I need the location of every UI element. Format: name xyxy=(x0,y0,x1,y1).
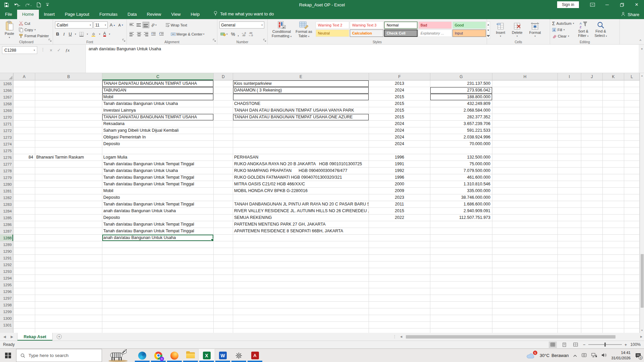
style-input[interactable]: Input xyxy=(452,29,486,37)
cell-D1269[interactable] xyxy=(214,107,233,114)
cell-A1266[interactable] xyxy=(13,87,35,94)
cell-I1270[interactable] xyxy=(558,114,581,121)
font-dialog-launcher-icon[interactable] xyxy=(122,37,125,43)
cell-E1289[interactable] xyxy=(233,241,369,248)
sort-filter-button[interactable]: AZ Sort & Filter ▾ xyxy=(576,20,590,39)
cell-L1266[interactable] xyxy=(624,87,640,94)
cell-H1274[interactable] xyxy=(492,141,558,147)
cell-E1299[interactable] xyxy=(233,308,369,315)
insert-function-icon[interactable]: ƒx xyxy=(65,48,69,53)
style-check-cell[interactable]: Check Cell xyxy=(384,29,418,37)
row-header-1285[interactable]: 1285 xyxy=(0,215,13,221)
cell-L1289[interactable] xyxy=(624,241,640,248)
cell-J1282[interactable] xyxy=(581,194,603,201)
new-sheet-button[interactable]: + xyxy=(53,333,66,341)
weather-desc[interactable]: Berawan xyxy=(551,353,569,358)
cell-E1296[interactable] xyxy=(233,288,369,295)
tell-me-box[interactable]: Tell me what you want to do xyxy=(205,11,274,19)
cell-H1272[interactable] xyxy=(492,127,558,134)
cell-A1277[interactable] xyxy=(13,161,35,168)
orientation-button[interactable]: ab▾ xyxy=(150,23,158,27)
cell-D1267[interactable] xyxy=(214,94,233,101)
cell-E1282[interactable] xyxy=(233,194,369,201)
cell-G1283[interactable]: 1.686.600.000 xyxy=(430,201,492,208)
cell-J1298[interactable] xyxy=(581,302,603,308)
cell-H1268[interactable] xyxy=(492,101,558,107)
cell-L1294[interactable] xyxy=(624,275,640,282)
cell-I1298[interactable] xyxy=(558,302,581,308)
fill-color-button[interactable] xyxy=(90,32,97,37)
cell-H1296[interactable] xyxy=(492,288,558,295)
column-header-C[interactable]: C xyxy=(102,73,214,80)
cell-L1267[interactable] xyxy=(624,94,640,101)
cell-L1270[interactable] xyxy=(624,114,640,121)
cell-J1290[interactable] xyxy=(581,248,603,255)
row-header-1297[interactable]: 1297 xyxy=(0,295,13,302)
cell-L1296[interactable] xyxy=(624,288,640,295)
cell-L1301[interactable] xyxy=(624,322,640,328)
zoom-level[interactable]: 100% xyxy=(630,342,641,347)
cell-A1265[interactable] xyxy=(13,80,35,87)
column-header-J[interactable]: J xyxy=(581,73,603,80)
cell-J1275[interactable] xyxy=(581,147,603,154)
cell-L1300[interactable] xyxy=(624,315,640,322)
horizontal-scrollbar[interactable] xyxy=(404,335,639,339)
cell-A1287[interactable] xyxy=(13,228,35,235)
cell-C1283[interactable]: Tanah dan/atau Bangunan Untuk Tempat Tin… xyxy=(102,201,214,208)
cell-E1287[interactable]: APARTEMEN RESIDENCE 8 SENOPATI 66BH, JAK… xyxy=(233,228,369,235)
cell-L1269[interactable] xyxy=(624,107,640,114)
cell-D1278[interactable] xyxy=(214,168,233,174)
cell-K1299[interactable] xyxy=(603,308,624,315)
cell-D1286[interactable] xyxy=(214,221,233,228)
cell-J1284[interactable] xyxy=(581,208,603,215)
cell-E1266[interactable]: DANAMON ( 3 Rekening) xyxy=(233,87,369,94)
cell-H1276[interactable] xyxy=(492,154,558,161)
cell-G1272[interactable]: 591.221.533 xyxy=(430,127,492,134)
cell-G1266[interactable]: 273.936.042 xyxy=(430,87,492,94)
cell-A1274[interactable] xyxy=(13,141,35,147)
cell-B1284[interactable] xyxy=(35,208,102,215)
cell-K1271[interactable] xyxy=(603,121,624,127)
cell-F1284[interactable]: 2015 xyxy=(369,208,430,215)
cell-G1281[interactable]: 335.000.000 xyxy=(430,188,492,194)
cell-E1281[interactable]: MOBIL HONDA CRV BPKB G-2280016 xyxy=(233,188,369,194)
zebra-image[interactable] xyxy=(102,349,134,362)
cell-A1269[interactable] xyxy=(13,107,35,114)
decrease-indent-icon[interactable] xyxy=(150,32,157,37)
cell-I1281[interactable] xyxy=(558,188,581,194)
cell-D1282[interactable] xyxy=(214,194,233,201)
prev-sheet-icon[interactable]: ◀ xyxy=(3,335,6,339)
font-size-select[interactable]: 11▾ xyxy=(94,21,108,28)
row-header-1272[interactable]: 1272 xyxy=(0,127,13,134)
cell-B1265[interactable] xyxy=(35,80,102,87)
cell-A1293[interactable] xyxy=(13,268,35,275)
cell-C1278[interactable]: Tanah dan/atau Bangunan Untuk Usaha xyxy=(102,168,214,174)
cell-B1283[interactable] xyxy=(35,201,102,208)
cell-G1268[interactable]: 432.249.809 xyxy=(430,101,492,107)
cell-H1297[interactable] xyxy=(492,295,558,302)
cell-G1292[interactable] xyxy=(430,261,492,268)
cell-C1298[interactable] xyxy=(102,302,214,308)
cell-K1277[interactable] xyxy=(603,161,624,168)
cell-B1272[interactable] xyxy=(35,127,102,134)
row-header-1269[interactable]: 1269 xyxy=(0,107,13,114)
zoom-slider[interactable]: − + xyxy=(583,342,627,347)
cell-J1274[interactable] xyxy=(581,141,603,147)
cell-D1285[interactable] xyxy=(214,215,233,221)
cell-K1289[interactable] xyxy=(603,241,624,248)
cell-D1283[interactable] xyxy=(214,201,233,208)
horizontal-scroll-thumb[interactable] xyxy=(406,335,615,339)
cell-K1301[interactable] xyxy=(603,322,624,328)
cell-G1271[interactable]: 3.657.239.706 xyxy=(430,121,492,127)
tab-page-layout[interactable]: Page Layout xyxy=(60,10,94,19)
style-explanatory[interactable]: Explanatory ... xyxy=(418,29,452,37)
cell-C1284[interactable]: anah dan/atau Bangunan Untuk Usaha xyxy=(102,208,214,215)
cell-F1298[interactable] xyxy=(369,302,430,308)
cell-J1277[interactable] xyxy=(581,161,603,168)
cell-D1279[interactable] xyxy=(214,174,233,181)
cell-D1270[interactable] xyxy=(214,114,233,121)
cell-D1274[interactable] xyxy=(214,141,233,147)
cell-L1298[interactable] xyxy=(624,302,640,308)
cell-C1290[interactable] xyxy=(102,248,214,255)
taskbar-app-edge[interactable] xyxy=(134,349,150,362)
